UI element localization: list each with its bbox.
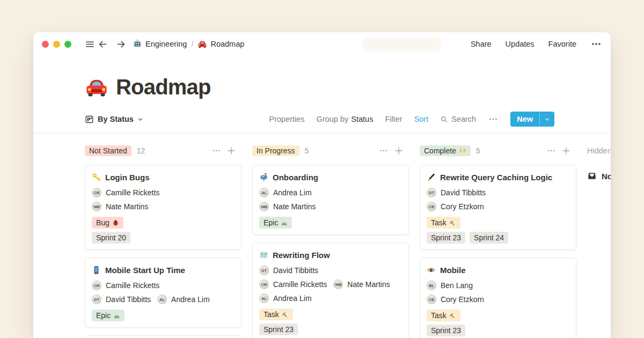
updates-button[interactable]: Updates — [506, 40, 535, 48]
breadcrumb-label: Roadmap — [210, 40, 244, 48]
card-tag-row: Task — [427, 217, 569, 229]
mobile-phone-icon — [92, 266, 101, 275]
avatar: NM — [92, 202, 101, 211]
column-add-button[interactable] — [226, 146, 236, 156]
card-onboarding[interactable]: OnboardingALAndrea LimNMNate MartinsEpic — [252, 165, 409, 235]
hamburger-icon — [85, 39, 95, 49]
chevron-down-icon — [544, 116, 550, 122]
card-person-row: CRCamille RickettsNMNate Martins — [259, 277, 402, 291]
tag-task: Task — [427, 217, 460, 229]
column-status-badge[interactable]: In Progress — [252, 145, 299, 156]
card-error-codes[interactable]: Error Codes — [85, 335, 241, 338]
sort-button[interactable]: Sort — [414, 115, 429, 123]
search-icon — [440, 115, 448, 123]
board-icon — [85, 115, 94, 124]
person-name: Ben Lang — [441, 281, 473, 290]
key-icon — [92, 173, 101, 182]
column-add-button[interactable] — [561, 146, 571, 156]
page-background: { "colors": { "page_bg": "#f6efe3", "acc… — [0, 0, 644, 338]
card-person-row: BLBen Lang — [427, 278, 569, 292]
forward-button[interactable] — [114, 38, 127, 50]
writing-hand-icon — [427, 173, 436, 182]
tag-task: Task — [259, 308, 293, 320]
tag-sprint-23: Sprint 23 — [427, 325, 465, 336]
person-name: Andrea Lim — [273, 294, 312, 303]
breadcrumb-item-roadmap[interactable]: Roadmap — [197, 39, 244, 49]
back-button[interactable] — [96, 38, 109, 50]
world-map-icon — [259, 251, 268, 260]
more-options-button[interactable] — [590, 38, 602, 50]
robot-icon — [133, 39, 142, 49]
chevron-down-icon — [137, 116, 143, 122]
card-tag-row: Sprint 23Sprint 24 — [427, 232, 569, 244]
column-more-button[interactable] — [379, 146, 389, 156]
column-status-label: In Progress — [257, 146, 295, 155]
column-actions — [211, 146, 236, 156]
search-button[interactable]: Search — [440, 115, 476, 123]
tag-label: Sprint 20 — [96, 233, 126, 242]
card-rewrite-query-caching-logic[interactable]: Rewrite Query Caching LogicDTDavid Tibbi… — [420, 165, 576, 250]
person-camille-ricketts: CRCamille Ricketts — [92, 281, 159, 290]
card-tag-row: Bug — [92, 217, 235, 229]
toolbar-actions: Properties Group by Status Filter Sort S… — [269, 112, 554, 127]
favorite-button[interactable]: Favorite — [548, 40, 576, 48]
car-icon — [197, 39, 207, 49]
close-window-button[interactable] — [42, 41, 49, 48]
car-icon[interactable] — [85, 75, 108, 99]
new-dropdown-button[interactable] — [539, 112, 554, 127]
person-nate-martins: NMNate Martins — [333, 280, 390, 289]
card-mobile[interactable]: MobileBLBen LangCECory EtzkornTaskSprint… — [420, 258, 576, 338]
card-title: Rewrite Query Caching Logic — [440, 173, 552, 182]
mailbox-icon — [259, 173, 268, 182]
avatar: CE — [427, 295, 436, 304]
card-title: Rewriting Flow — [273, 251, 330, 260]
new-button[interactable]: New — [510, 112, 539, 127]
avatar: DT — [92, 295, 101, 304]
card-rewriting-flow[interactable]: Rewriting FlowDTDavid TibbittsCRCamille … — [252, 243, 409, 338]
sidebar-toggle-button[interactable] — [83, 38, 96, 50]
column-status-badge[interactable]: Complete — [420, 145, 471, 156]
view-more-button[interactable] — [488, 114, 499, 124]
arrow-left-icon — [98, 39, 108, 49]
share-button[interactable]: Share — [471, 40, 492, 48]
column-cards: OnboardingALAndrea LimNMNate MartinsEpic… — [252, 165, 409, 338]
person-nate-martins: NMNate Martins — [92, 202, 148, 211]
card-login-bugs[interactable]: Login BugsCRCamille RickettsNMNate Marti… — [85, 165, 241, 250]
page-title: Roadmap — [116, 75, 211, 99]
mountain-icon — [113, 312, 120, 319]
person-andrea-lim: ALAndrea Lim — [157, 295, 210, 304]
column-status-badge[interactable]: Not Started — [85, 145, 131, 156]
column-header: Complete5 — [420, 144, 576, 157]
person-camille-ricketts: CRCamille Ricketts — [259, 280, 327, 289]
avatar: AL — [259, 188, 269, 197]
breadcrumb-label: Engineering — [145, 40, 187, 48]
card-person-row: ALAndrea Lim — [259, 186, 402, 200]
minimize-window-button[interactable] — [53, 41, 60, 48]
group-by-button[interactable]: Group by Status — [317, 115, 374, 123]
card-mobile-start-up-time[interactable]: Mobile Start Up TimeCRCamille RickettsDT… — [85, 258, 241, 328]
ladybug-icon — [112, 219, 119, 226]
card-title-row: Onboarding — [259, 171, 402, 183]
breadcrumb-item-engineering[interactable]: Engineering — [133, 39, 187, 49]
zoom-window-button[interactable] — [64, 41, 71, 48]
tag-sprint-20: Sprint 20 — [92, 232, 130, 244]
hidden-columns-toggle[interactable]: Hidden — [587, 144, 611, 157]
inbox-icon — [587, 171, 597, 181]
tag-label: Bug — [96, 218, 109, 227]
view-switcher-button[interactable]: By Status — [85, 115, 143, 124]
filter-button[interactable]: Filter — [385, 115, 402, 123]
window-topbar: Engineering / Roadmap Share Updates Favo… — [33, 32, 611, 56]
avatar: BL — [427, 281, 436, 290]
hidden-group-no-status[interactable]: No — [587, 171, 611, 181]
window-controls — [42, 41, 71, 48]
person-name: David Tibbitts — [441, 188, 486, 197]
column-more-button[interactable] — [211, 146, 221, 156]
properties-button[interactable]: Properties — [269, 115, 305, 123]
person-ben-lang: BLBen Lang — [427, 281, 473, 290]
person-name: Nate Martins — [347, 280, 390, 289]
person-name: Camille Ricketts — [106, 281, 159, 290]
column-more-button[interactable] — [546, 146, 556, 156]
mountain-icon — [281, 219, 288, 226]
card-person-row: CECory Etzkorn — [427, 292, 569, 306]
column-add-button[interactable] — [394, 146, 404, 156]
